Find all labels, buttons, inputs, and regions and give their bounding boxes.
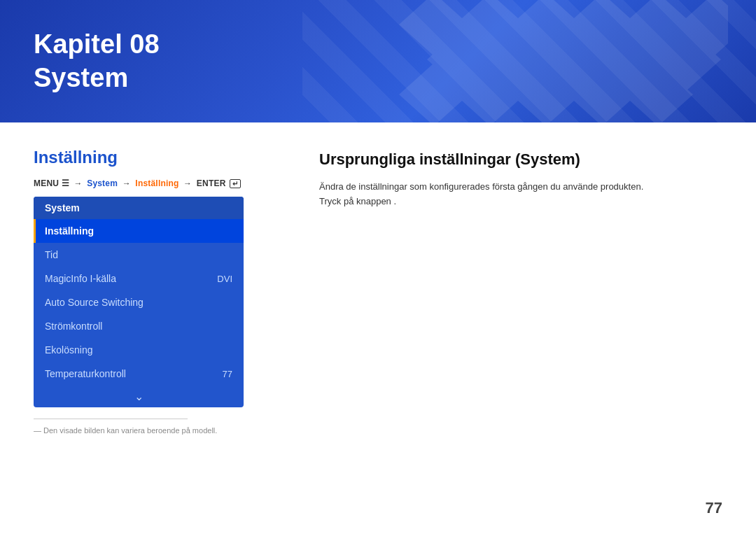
header-banner: Kapitel 08 System [0,0,756,122]
menu-more-button[interactable]: ⌄ [34,386,244,407]
menu-item-tid[interactable]: Tid [34,243,244,267]
section-title: Inställning [34,148,286,167]
enter-icon: ↵ [230,179,241,188]
system-link[interactable]: System [87,178,118,188]
footnote: ― Den visade bilden kan variera beroende… [34,426,286,435]
main-content: Inställning MENU ☰ → System → Inställnin… [0,122,756,451]
divider [34,419,188,419]
current-link[interactable]: Inställning [135,178,178,188]
content-title: Ursprungliga inställningar (System) [319,150,722,169]
menu-item-magicinfo[interactable]: MagicInfo I-källa DVI [34,267,244,290]
right-column: Ursprungliga inställningar (System) Ändr… [319,148,722,435]
breadcrumb: MENU ☰ → System → Inställning → ENTER ↵ [34,178,286,188]
system-menu-panel: System Inställning Tid MagicInfo I-källa… [34,197,244,407]
content-description: Ändra de inställningar som konfigurerade… [319,180,655,209]
arrow-2: → [122,178,134,188]
menu-item-stromkontroll[interactable]: Strömkontroll [34,314,244,338]
menu-item-ekolosning[interactable]: Ekolösning [34,338,244,362]
system-menu-header: System [34,197,244,219]
menu-icon: ☰ [62,178,69,188]
menu-label: MENU [34,178,59,188]
enter-label: ENTER [197,178,226,188]
menu-item-auto-source[interactable]: Auto Source Switching [34,290,244,314]
page-number: 77 [706,499,722,517]
chapter-title: Kapitel 08 System [34,28,160,94]
decorative-diamonds [378,0,728,122]
arrow-3: → [183,178,195,188]
left-column: Inställning MENU ☰ → System → Inställnin… [34,148,286,435]
menu-item-instaillning[interactable]: Inställning [34,219,244,243]
menu-item-temperatur[interactable]: Temperaturkontroll 77 [34,362,244,386]
arrow-1: → [74,178,85,188]
